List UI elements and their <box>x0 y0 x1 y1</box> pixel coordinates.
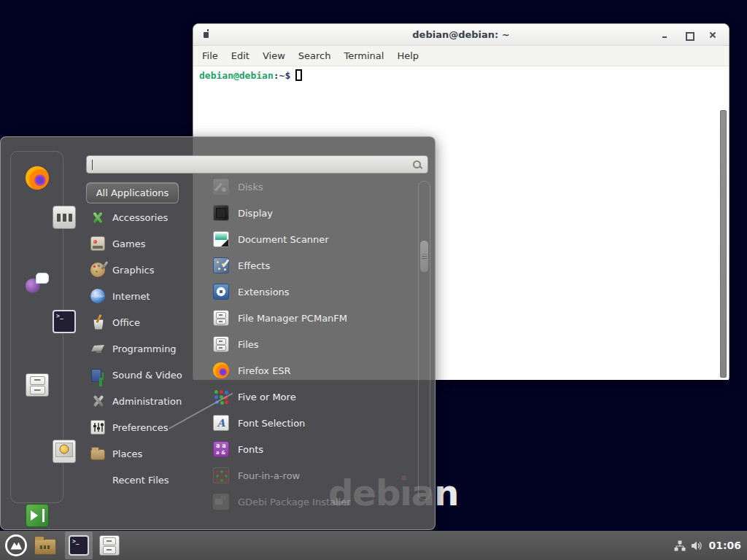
extensions-icon <box>213 284 229 300</box>
file-manager-icon <box>213 310 229 326</box>
folder-icon <box>34 539 56 555</box>
folder-launcher[interactable] <box>34 536 56 555</box>
files-icon <box>99 535 120 556</box>
document-scanner-icon <box>213 231 229 247</box>
category-accessories[interactable]: Accessories <box>86 204 207 230</box>
lock-screen-icon[interactable] <box>53 440 76 463</box>
menu-button[interactable] <box>4 534 28 557</box>
app-effects[interactable]: Effects <box>207 252 411 279</box>
app-disks[interactable]: Disks <box>207 174 411 200</box>
app-font-selection[interactable]: Font Selection <box>207 410 411 436</box>
app-list: Disks Display Document Scanner Effects E… <box>207 174 411 515</box>
effects-icon <box>213 257 229 273</box>
search-icon <box>412 160 422 170</box>
app-four-in-a-row[interactable]: Four-in-a-row <box>207 462 411 489</box>
disks-icon <box>213 179 229 195</box>
terminal-icon <box>69 535 89 556</box>
terminal-menubar: File Edit View Search Terminal Help <box>193 46 729 66</box>
category-office[interactable]: Office <box>86 309 207 335</box>
category-recent-files[interactable]: Recent Files <box>86 467 207 493</box>
app-display[interactable]: Display <box>207 200 411 226</box>
all-applications-button[interactable]: All Applications <box>86 182 179 203</box>
menu-help[interactable]: Help <box>390 47 425 64</box>
app-firefox-esr[interactable]: Firefox ESR <box>207 357 411 384</box>
app-file-manager-pcmanfm[interactable]: File Manager PCManFM <box>207 305 411 331</box>
taskbar: 01:06 <box>0 531 747 560</box>
firefox-icon <box>213 362 229 378</box>
menu-terminal[interactable]: Terminal <box>337 47 390 64</box>
pidgin-icon[interactable] <box>26 271 49 295</box>
category-programming[interactable]: Programming <box>86 335 207 362</box>
minimize-icon[interactable] <box>660 31 669 39</box>
category-list: Accessories Games Graphics Internet Offi… <box>86 204 207 493</box>
search-input[interactable] <box>87 156 412 173</box>
fonts-icon <box>213 441 229 457</box>
office-icon <box>90 315 105 330</box>
clock[interactable]: 01:06 <box>708 540 741 551</box>
prompt-symbol: $ <box>285 70 290 81</box>
terminal-icon[interactable] <box>53 310 76 333</box>
network-icon[interactable] <box>674 540 686 551</box>
app-extensions[interactable]: Extensions <box>207 279 411 305</box>
terminal-task-button[interactable] <box>65 532 93 559</box>
menu-search[interactable]: Search <box>292 47 338 64</box>
prompt-separator: : <box>274 70 279 81</box>
four-in-a-row-icon <box>213 467 229 483</box>
app-gdebi-package-installer[interactable]: GDebi Package Installer <box>207 489 411 515</box>
internet-icon <box>90 289 105 303</box>
prompt-user-host: debian@debian <box>199 70 274 81</box>
close-icon[interactable] <box>708 31 717 39</box>
text-caret <box>92 160 93 170</box>
volume-icon[interactable] <box>691 540 703 551</box>
games-icon <box>90 236 105 251</box>
terminal-window-icon <box>204 32 209 38</box>
category-graphics[interactable]: Graphics <box>86 257 207 283</box>
menu-file[interactable]: File <box>196 47 225 64</box>
files-icon <box>213 336 229 352</box>
maximize-icon[interactable] <box>684 31 693 39</box>
font-selection-icon <box>213 415 229 431</box>
preferences-icon <box>90 420 105 435</box>
files-launcher[interactable] <box>99 535 120 556</box>
terminal-cursor <box>295 69 302 81</box>
category-sound-video[interactable]: Sound & Video <box>86 362 207 388</box>
gdebi-icon <box>213 494 229 510</box>
administration-icon <box>90 394 105 408</box>
app-five-or-more[interactable]: Five or More <box>207 384 411 410</box>
all-applications-label: All Applications <box>96 187 169 198</box>
firefox-icon[interactable] <box>26 166 49 190</box>
app-list-scrollbar-thumb[interactable] <box>419 240 429 273</box>
file-manager-icon[interactable] <box>26 373 49 397</box>
category-administration[interactable]: Administration <box>86 388 207 414</box>
terminal-title: debian@debian: ~ <box>412 29 509 40</box>
places-icon <box>90 449 105 460</box>
programming-icon <box>90 341 105 356</box>
search-box <box>86 155 428 174</box>
graphics-icon <box>90 262 105 277</box>
app-fonts[interactable]: Fonts <box>207 436 411 462</box>
menu-edit[interactable]: Edit <box>225 47 256 64</box>
terminal-titlebar[interactable]: debian@debian: ~ <box>193 24 729 46</box>
menu-view[interactable]: View <box>256 47 292 64</box>
display-icon <box>213 205 229 221</box>
system-tray: 01:06 <box>674 540 741 551</box>
category-places[interactable]: Places <box>86 440 207 467</box>
accessories-icon <box>90 210 105 225</box>
category-internet[interactable]: Internet <box>86 283 207 309</box>
app-list-scrollbar-track[interactable] <box>418 181 430 500</box>
app-document-scanner[interactable]: Document Scanner <box>207 226 411 252</box>
category-games[interactable]: Games <box>86 230 207 257</box>
favorites-column <box>10 151 63 503</box>
log-out-icon[interactable] <box>26 504 49 527</box>
terminal-scrollbar[interactable] <box>720 110 727 378</box>
app-files[interactable]: Files <box>207 331 411 357</box>
software-icon[interactable] <box>53 206 76 229</box>
application-menu: All Applications Accessories Games Graph… <box>0 136 436 530</box>
sound-video-icon <box>90 368 105 382</box>
